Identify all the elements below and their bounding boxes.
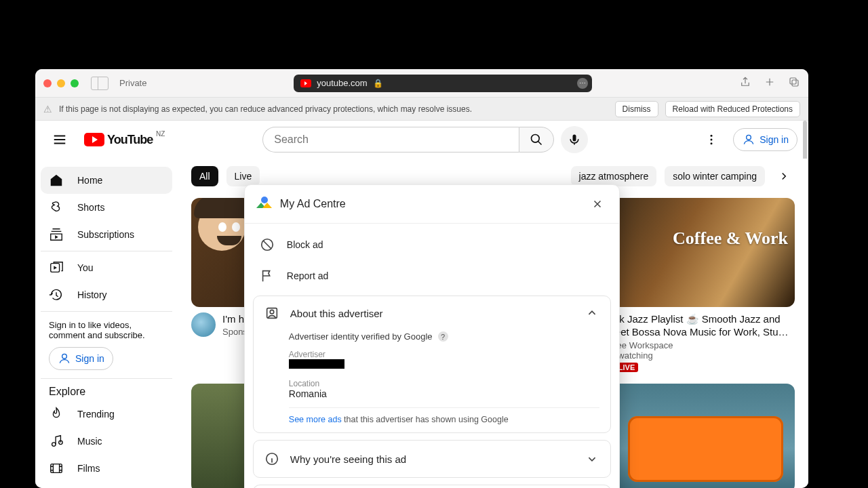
svg-point-7 [747,135,751,140]
music-icon [49,434,64,449]
fullscreen-window-button[interactable] [71,79,79,87]
sidebar: Home Shorts Subscriptions You [35,159,178,488]
home-icon [49,173,64,188]
library-icon [49,260,64,275]
search-input[interactable] [262,127,519,152]
flag-icon [260,268,275,283]
user-icon [742,133,755,146]
window-controls [43,79,79,87]
sidebar-item-home[interactable]: Home [41,167,172,194]
video-stats: 835 watching [601,350,795,361]
settings-menu-button[interactable] [698,126,725,153]
why-seeing-ad-toggle[interactable]: Why you're seeing this ad [253,440,611,478]
sidebar-item-label: Shorts [77,202,104,213]
page-settings-icon[interactable]: ⋯ [577,78,588,89]
advertiser-label: Advertiser [289,350,599,359]
channel-avatar[interactable] [191,312,216,337]
video-thumbnail[interactable] [601,384,795,488]
ad-centre-modal: My Ad Centre Block ad Report ad A [244,184,620,488]
svg-point-9 [62,354,67,359]
location-label: Location [289,379,599,388]
signin-label: Sign in [760,134,789,145]
advertiser-value [289,359,599,371]
youtube-logo-icon [84,133,104,146]
youtube-logo-text: YouTube [107,133,153,147]
mic-icon [568,133,581,146]
chip-camping[interactable]: solo winter camping [665,166,765,186]
video-card[interactable] [601,384,795,488]
sidebar-item-gaming[interactable]: Gaming [41,482,172,488]
search-button[interactable] [519,127,554,152]
report-ad-button[interactable]: Report ad [253,260,611,291]
sidebar-item-shorts[interactable]: Shorts [41,194,172,221]
block-ad-button[interactable]: Block ad [253,229,611,260]
svg-rect-12 [51,464,62,473]
signin-prompt-text: Sign in to like videos, comment and subs… [49,320,164,340]
chip-live[interactable]: Live [226,166,260,186]
help-icon[interactable]: ? [438,331,448,342]
close-window-button[interactable] [43,79,52,87]
new-tab-icon[interactable] [764,76,776,91]
safari-toolbar: Private youtube.com 🔒 ⋯ [35,69,808,98]
sidebar-item-trending[interactable]: Trending [41,401,172,428]
sidebar-item-you[interactable]: You [41,254,172,281]
safari-sidebar-toggle[interactable] [91,77,108,90]
advertiser-icon [264,306,279,321]
safari-window: Private youtube.com 🔒 ⋯ ⚠︎ If this page … [35,69,808,488]
sidebar-item-label: Home [77,175,102,186]
about-advertiser-toggle[interactable]: About this advertiser [254,296,610,330]
modal-title: My Ad Centre [280,198,346,210]
sidebar-signin-prompt: Sign in to like videos, comment and subs… [41,312,172,379]
header-signin-button[interactable]: Sign in [733,128,797,151]
thumbnail-overlay-text: Coffee & Work [673,228,788,249]
kebab-icon [705,133,718,146]
redacted-advertiser-name [289,359,344,369]
tab-overview-icon[interactable] [788,76,800,91]
svg-point-10 [52,443,56,447]
svg-point-5 [711,139,713,141]
address-bar[interactable]: youtube.com 🔒 ⋯ [294,75,592,92]
chip-scroll-right[interactable] [773,165,795,187]
section-title: About this advertiser [290,308,383,319]
sidebar-item-label: You [77,262,94,273]
svg-point-16 [270,310,274,314]
share-icon[interactable] [739,76,751,91]
explore-heading: Explore [41,379,172,401]
sidebar-item-music[interactable]: Music [41,428,172,455]
minimize-window-button[interactable] [57,79,65,87]
search-form [262,126,588,153]
privacy-notice-text: If this page is not displaying as expect… [59,104,472,114]
svg-point-4 [711,135,713,137]
privacy-notice-bar: ⚠︎ If this page is not displaying as exp… [35,98,808,121]
search-icon [530,133,543,146]
svg-rect-0 [790,78,796,84]
chevron-down-icon [585,451,599,466]
sidebar-signin-button[interactable]: Sign in [49,347,113,370]
history-icon [49,287,64,302]
youtube-header: YouTube NZ [35,121,808,159]
sidebar-item-subscriptions[interactable]: Subscriptions [41,221,172,248]
chip-jazz[interactable]: jazz atmosphere [571,166,657,186]
voice-search-button[interactable] [561,126,588,153]
svg-rect-1 [792,80,798,86]
chip-all[interactable]: All [191,166,218,186]
reload-reduced-button[interactable]: Reload with Reduced Protections [665,101,800,117]
sidebar-item-label: History [77,289,107,300]
signin-label: Sign in [75,353,104,364]
site-favicon-icon [300,79,311,87]
close-button[interactable] [588,195,607,214]
video-thumbnail[interactable]: Coffee & Work [601,198,795,307]
safari-right-controls [739,76,800,91]
sidebar-item-films[interactable]: Films [41,455,172,482]
dismiss-button[interactable]: Dismiss [615,101,658,117]
youtube-logo[interactable]: YouTube NZ [84,133,153,147]
ad-settings-section[interactable]: Ad Settings [253,485,611,488]
sidebar-item-history[interactable]: History [41,281,172,308]
see-more-ads-link[interactable]: See more ads [289,415,342,424]
lock-icon: 🔒 [373,79,383,88]
ad-centre-logo-icon [257,197,272,211]
guide-menu-button[interactable] [46,126,73,153]
warning-icon: ⚠︎ [43,104,52,115]
see-more-rest: that this advertiser has shown using Goo… [342,415,509,424]
video-card[interactable]: Coffee & Work Work Jazz Playlist ☕ Smoot… [601,198,795,373]
